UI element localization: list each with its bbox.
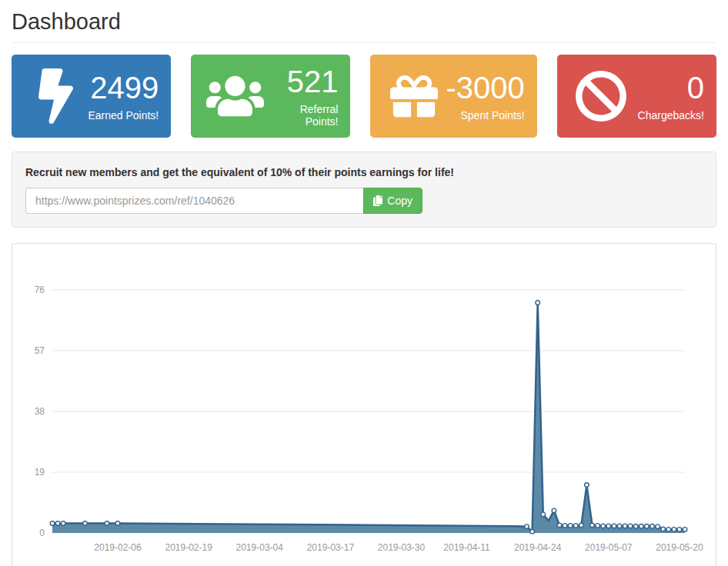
- points-chart: 0193857762019-02-062019-02-192019-03-042…: [12, 244, 716, 566]
- series-area-fill: [52, 303, 685, 533]
- data-point-marker: [568, 524, 573, 528]
- x-tick-label: 2019-05-20: [656, 542, 703, 553]
- data-point-marker: [596, 524, 600, 528]
- users-icon: [203, 73, 266, 119]
- data-point-marker: [617, 524, 622, 528]
- referral-panel: Recruit new members and get the equivale…: [12, 151, 716, 228]
- page-title: Dashboard: [12, 9, 716, 43]
- copy-button-label: Copy: [387, 195, 412, 207]
- x-tick-label: 2019-05-07: [585, 542, 633, 553]
- data-point-marker: [55, 521, 60, 526]
- stat-card-earned-points: 2499 Earned Points!: [12, 55, 171, 138]
- data-point-marker: [541, 512, 546, 517]
- data-point-marker: [557, 523, 562, 528]
- data-point-marker: [536, 301, 540, 305]
- series-line: [52, 303, 685, 532]
- copy-button[interactable]: Copy: [363, 188, 422, 214]
- stat-cards: 2499 Earned Points! 521 Referral Points!…: [12, 55, 716, 138]
- x-tick-label: 2019-04-11: [443, 542, 490, 553]
- data-point-marker: [661, 527, 666, 531]
- earned-points-label: Earned Points!: [88, 109, 159, 122]
- data-point-marker: [530, 530, 535, 534]
- chargebacks-value: 0: [638, 72, 704, 104]
- referral-link-input[interactable]: [25, 188, 363, 214]
- data-point-marker: [115, 521, 120, 526]
- data-point-marker: [683, 528, 687, 532]
- y-tick-label: 38: [35, 406, 45, 417]
- copy-icon: [373, 195, 382, 206]
- data-point-marker: [585, 483, 589, 488]
- data-point-marker: [612, 524, 616, 528]
- data-point-marker: [633, 524, 638, 529]
- data-point-marker: [525, 524, 529, 529]
- data-point-marker: [552, 508, 556, 513]
- referral-points-label: Referral Points!: [266, 103, 338, 128]
- data-point-marker: [656, 524, 660, 529]
- stat-card-spent-points: -3000 Spent Points!: [370, 55, 536, 138]
- gift-icon: [382, 72, 446, 120]
- data-point-marker: [579, 523, 584, 528]
- data-point-marker: [601, 524, 606, 528]
- data-point-marker: [645, 524, 650, 529]
- data-point-marker: [623, 524, 627, 528]
- data-point-marker: [666, 528, 671, 532]
- x-tick-label: 2019-03-30: [378, 542, 426, 553]
- chargebacks-label: Chargebacks!: [638, 109, 704, 122]
- points-chart-panel: 0193857762019-02-062019-02-192019-03-042…: [12, 243, 716, 566]
- spent-points-label: Spent Points!: [446, 109, 524, 122]
- earned-points-value: 2499: [88, 72, 159, 104]
- stat-card-chargebacks: 0 Chargebacks!: [557, 55, 716, 138]
- referral-points-value: 521: [266, 65, 338, 98]
- y-tick-label: 19: [35, 467, 45, 478]
- spent-points-value: -3000: [446, 72, 524, 104]
- data-point-marker: [672, 528, 676, 532]
- ban-icon: [569, 70, 633, 122]
- lightning-bolt-icon: [24, 68, 87, 124]
- x-tick-label: 2019-03-17: [307, 542, 355, 553]
- x-tick-label: 2019-02-19: [165, 542, 212, 553]
- referral-message: Recruit new members and get the equivale…: [25, 166, 703, 178]
- data-point-marker: [83, 521, 88, 526]
- data-point-marker: [563, 524, 567, 528]
- x-tick-label: 2019-04-24: [514, 542, 562, 553]
- data-point-marker: [628, 524, 633, 528]
- data-point-marker: [640, 524, 644, 529]
- y-tick-label: 0: [39, 528, 45, 538]
- data-point-marker: [650, 524, 655, 529]
- data-point-marker: [574, 524, 579, 528]
- data-point-marker: [105, 521, 109, 526]
- y-tick-label: 57: [35, 345, 45, 356]
- stat-card-referral-points: 521 Referral Points!: [191, 55, 350, 138]
- referral-link-group: Copy: [25, 188, 422, 214]
- data-point-marker: [677, 528, 682, 532]
- y-tick-label: 76: [35, 285, 45, 295]
- data-point-marker: [590, 523, 595, 528]
- data-point-marker: [50, 521, 55, 526]
- data-point-marker: [61, 521, 65, 526]
- data-point-marker: [606, 524, 611, 528]
- x-tick-label: 2019-02-06: [94, 542, 142, 553]
- x-tick-label: 2019-03-04: [236, 542, 284, 553]
